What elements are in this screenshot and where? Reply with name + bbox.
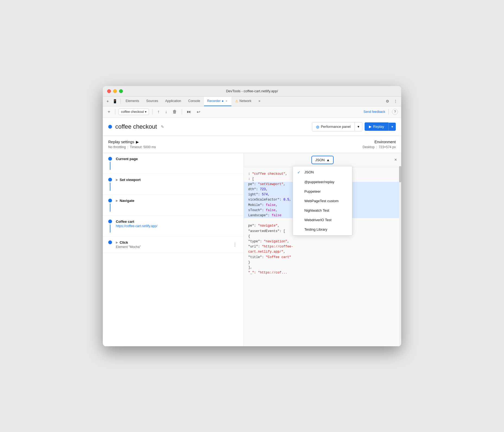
recording-selector[interactable]: coffee checkout ▾ [119, 109, 149, 115]
dropdown-item-json[interactable]: ✓ JSON [293, 167, 352, 177]
toolbar: + coffee checkout ▾ ↑ ↓ 🗑 ⏭ ↩ Send feedb… [103, 106, 401, 118]
code-panel-close-btn[interactable]: × [394, 157, 397, 162]
toolbar-sep-1 [115, 109, 115, 115]
code-panel: JSON ▲ × ✓ JSON [244, 153, 401, 346]
step-dot-4 [108, 220, 112, 223]
title-bar: DevTools - coffee-cart.netlify.app/ [103, 86, 401, 97]
pencil-icon: ✎ [161, 125, 164, 129]
step-title-2: ▶ Set viewport [116, 178, 238, 182]
tabs-right: ⚙ ⋮ [384, 98, 399, 104]
step-more-btn[interactable]: ⋮ [232, 242, 238, 247]
tab-network[interactable]: ⚠ Network [232, 96, 255, 106]
code-line-14: "type": "navigation", [248, 239, 397, 244]
toolbar-sep-2 [152, 109, 152, 115]
settings-icon-btn[interactable]: ⚙ [384, 98, 391, 104]
tab-application[interactable]: Application [162, 96, 184, 106]
step-subtitle-5: Element "Mocha" [116, 245, 232, 249]
step-dot-container-4 [108, 220, 112, 233]
code-toolbar: JSON ▲ × [244, 153, 401, 167]
delete-btn[interactable]: 🗑 [171, 108, 178, 115]
step-line [110, 162, 110, 170]
recording-header: coffee checkout ✎ ◍ Performance panel ▾ [103, 118, 401, 136]
perf-panel-dropdown-btn[interactable]: ▾ [355, 122, 362, 131]
step-subtitle-4: https://coffee-cart.netlify.app/ [116, 224, 238, 228]
close-button[interactable] [107, 89, 111, 93]
cursor-icon-btn[interactable]: ⌖ [105, 98, 110, 105]
step-btn[interactable]: ⏭ [185, 108, 193, 115]
settings-details: No throttling | Timeout: 5000 ms [108, 145, 156, 149]
tab-separator-1 [120, 99, 121, 104]
step-dot [108, 157, 112, 161]
step-content-2: ▶ Set viewport [116, 178, 238, 182]
step-content: Current page [116, 157, 238, 161]
dropdown-item-puppeteer-replay[interactable]: @puppeteer/replay [293, 177, 352, 187]
step-set-viewport[interactable]: ▶ Set viewport [103, 174, 244, 195]
recording-title: coffee checkout [115, 123, 157, 130]
step-title-5: ▶ Click [116, 240, 232, 244]
step-expand-icon-5[interactable]: ▶ [116, 241, 118, 244]
maximize-button[interactable] [119, 89, 123, 93]
recording-indicator [108, 125, 112, 129]
step-content-4: Coffee cart https://coffee-cart.netlify.… [116, 220, 238, 228]
step-expand-icon[interactable]: ▶ [116, 178, 118, 181]
code-line-19: ], [248, 265, 397, 270]
tab-sources[interactable]: Sources [143, 96, 161, 106]
step-content-3: ▶ Navigate [116, 199, 238, 203]
download-btn[interactable]: ↓ [163, 108, 169, 115]
perf-panel-btn[interactable]: ◍ Performance panel [312, 122, 355, 131]
help-btn[interactable]: ? [392, 109, 398, 115]
dropdown-item-nightwatch[interactable]: Nightwatch Test [293, 206, 352, 215]
upload-btn[interactable]: ↑ [156, 108, 161, 115]
add-recording-btn[interactable]: + [106, 108, 112, 115]
toolbar-sep-3 [182, 109, 182, 115]
settings-left: Replay settings ▶ No throttling | Timeou… [108, 140, 156, 149]
step-title: Current page [116, 157, 238, 161]
devtools-body: ⌖ 📱 Elements Sources Application Console… [103, 97, 401, 346]
dropdown-item-webdriverio[interactable]: WebdriverIO Test [293, 215, 352, 225]
step-expand-icon-3[interactable]: ▶ [116, 199, 118, 202]
code-scrollbar[interactable] [399, 166, 401, 346]
send-feedback-link[interactable]: Send feedback [363, 110, 385, 114]
minimize-button[interactable] [113, 89, 117, 93]
replay-settings-toggle[interactable]: Replay settings ▶ [108, 140, 156, 144]
tab-recorder[interactable]: Recorder ● × [204, 96, 231, 106]
step-dot-container-5 [108, 240, 112, 244]
more-options-icon-btn[interactable]: ⋮ [392, 98, 399, 104]
edit-title-btn[interactable]: ✎ [160, 123, 165, 130]
replay-small-btn[interactable]: ↩ [195, 108, 202, 116]
code-line-20: "_": "https://cof... [248, 270, 397, 275]
tab-console[interactable]: Console [185, 96, 203, 106]
env-divider: | [376, 145, 377, 149]
perf-icon: ◍ [316, 125, 319, 129]
format-dropdown-menu: ✓ JSON @puppeteer/replay Puppeteer [293, 166, 352, 236]
step-dot-container [108, 157, 112, 170]
code-scrollbar-thumb[interactable] [399, 166, 401, 182]
recorder-tab-close[interactable]: × [225, 99, 228, 103]
environment-title: Environment [363, 140, 396, 144]
dropdown-item-puppeteer[interactable]: Puppeteer [293, 187, 352, 196]
format-dropdown[interactable]: JSON ▲ [311, 156, 334, 164]
tabs-bar: ⌖ 📱 Elements Sources Application Console… [103, 97, 401, 106]
check-icon: ✓ [297, 170, 302, 174]
dropdown-item-testing-library[interactable]: Testing Library [293, 225, 352, 234]
dropdown-item-webpagetest[interactable]: WebPageTest custom [293, 196, 352, 206]
step-line-4 [110, 224, 110, 233]
replay-btn[interactable]: ▶ Replay [365, 122, 388, 131]
replay-dropdown-btn[interactable]: ▾ [388, 123, 396, 131]
step-coffee-cart: Coffee cart https://coffee-cart.netlify.… [103, 216, 244, 237]
step-content-5: ▶ Click Element "Mocha" [116, 240, 232, 249]
code-line-18: } [248, 260, 397, 265]
tab-elements[interactable]: Elements [122, 96, 142, 106]
toolbar-right: Send feedback ? [363, 109, 398, 115]
code-line-17: "title": "Coffee cart" [248, 255, 397, 260]
network-warning-icon: ⚠ [235, 99, 238, 103]
settings-right: Environment Desktop | 723×574 px [363, 140, 396, 149]
step-current-page: Current page [103, 153, 244, 174]
code-line-16: cart.netlify.app/", [248, 249, 397, 255]
step-click[interactable]: ▶ Click Element "Mocha" ⋮ [103, 237, 244, 253]
step-navigate[interactable]: ▶ Navigate [103, 195, 244, 216]
mobile-icon-btn[interactable]: 📱 [111, 98, 119, 104]
step-title-4: Coffee cart [116, 220, 238, 224]
tab-more[interactable]: » [255, 96, 264, 106]
traffic-lights [107, 89, 123, 93]
